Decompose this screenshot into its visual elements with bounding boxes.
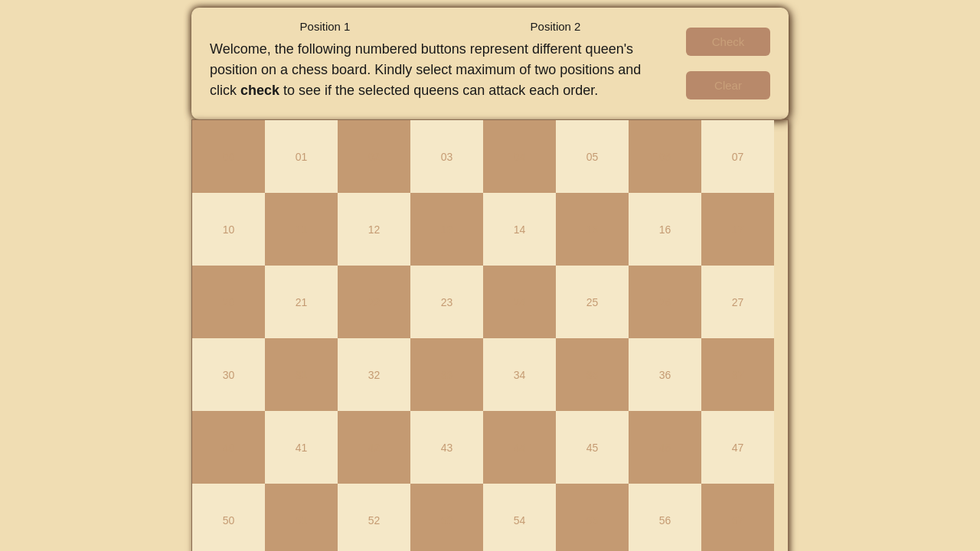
chess-cell-24[interactable]: 24 (483, 266, 556, 338)
position2-label: Position 2 (440, 20, 671, 33)
chess-cell-41[interactable]: 41 (265, 411, 338, 484)
chess-cell-17[interactable]: 17 (701, 193, 774, 266)
chess-cell-33[interactable]: 33 (410, 338, 483, 411)
chess-cell-22[interactable]: 22 (338, 266, 410, 338)
chess-cell-20[interactable]: 20 (192, 266, 265, 338)
chess-cell-32[interactable]: 32 (338, 338, 410, 411)
chess-cell-16[interactable]: 16 (629, 193, 701, 266)
chess-cell-50[interactable]: 50 (192, 484, 265, 551)
chess-cell-27[interactable]: 27 (701, 266, 774, 338)
chess-cell-45[interactable]: 45 (556, 411, 629, 484)
position-labels: Position 1 Position 2 (210, 20, 671, 33)
clear-button[interactable]: Clear (686, 71, 770, 99)
description-text: Welcome, the following numbered buttons … (210, 39, 671, 101)
chess-cell-15[interactable]: 15 (556, 193, 629, 266)
chess-cell-57[interactable]: 57 (701, 484, 774, 551)
chess-cell-12[interactable]: 12 (338, 193, 410, 266)
chess-cell-05[interactable]: 05 (556, 120, 629, 193)
app-container: Position 1 Position 2 Welcome, the follo… (191, 8, 789, 551)
chess-cell-30[interactable]: 30 (192, 338, 265, 411)
chess-cell-07[interactable]: 07 (701, 120, 774, 193)
chess-cell-31[interactable]: 31 (265, 338, 338, 411)
info-left: Position 1 Position 2 Welcome, the follo… (210, 20, 671, 107)
chess-cell-21[interactable]: 21 (265, 266, 338, 338)
chess-board: 0001020304050607101112131415161720212223… (192, 120, 788, 551)
description-part2: to see if the selected queens can attack… (279, 83, 598, 98)
position1-label: Position 1 (210, 20, 440, 33)
chess-cell-13[interactable]: 13 (410, 193, 483, 266)
chess-cell-43[interactable]: 43 (410, 411, 483, 484)
chess-cell-03[interactable]: 03 (410, 120, 483, 193)
info-panel: Position 1 Position 2 Welcome, the follo… (191, 8, 789, 119)
chess-cell-00[interactable]: 00 (192, 120, 265, 193)
info-right: Check Clear (671, 20, 770, 107)
chess-cell-01[interactable]: 01 (265, 120, 338, 193)
chess-cell-11[interactable]: 11 (265, 193, 338, 266)
chess-cell-53[interactable]: 53 (410, 484, 483, 551)
chess-cell-36[interactable]: 36 (629, 338, 701, 411)
chess-board-container: 0001020304050607101112131415161720212223… (191, 119, 789, 551)
chess-cell-46[interactable]: 46 (629, 411, 701, 484)
chess-cell-42[interactable]: 42 (338, 411, 410, 484)
chess-cell-56[interactable]: 56 (629, 484, 701, 551)
chess-cell-04[interactable]: 04 (483, 120, 556, 193)
chess-cell-40[interactable]: 40 (192, 411, 265, 484)
chess-cell-54[interactable]: 54 (483, 484, 556, 551)
description-bold: check (240, 83, 279, 98)
chess-cell-25[interactable]: 25 (556, 266, 629, 338)
chess-cell-06[interactable]: 06 (629, 120, 701, 193)
chess-cell-44[interactable]: 44 (483, 411, 556, 484)
chess-cell-51[interactable]: 51 (265, 484, 338, 551)
chess-cell-23[interactable]: 23 (410, 266, 483, 338)
chess-cell-26[interactable]: 26 (629, 266, 701, 338)
chess-cell-47[interactable]: 47 (701, 411, 774, 484)
check-button[interactable]: Check (686, 28, 770, 56)
chess-cell-34[interactable]: 34 (483, 338, 556, 411)
chess-cell-02[interactable]: 02 (338, 120, 410, 193)
chess-cell-52[interactable]: 52 (338, 484, 410, 551)
chess-cell-37[interactable]: 37 (701, 338, 774, 411)
chess-cell-10[interactable]: 10 (192, 193, 265, 266)
chess-cell-35[interactable]: 35 (556, 338, 629, 411)
chess-cell-14[interactable]: 14 (483, 193, 556, 266)
chess-cell-55[interactable]: 55 (556, 484, 629, 551)
